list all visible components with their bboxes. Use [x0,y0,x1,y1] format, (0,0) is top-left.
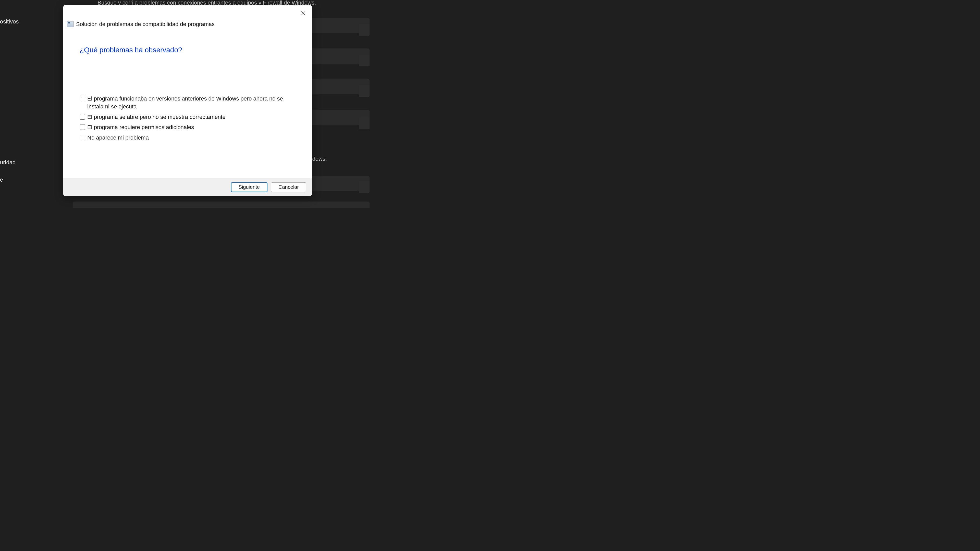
bg-run-button[interactable] [359,118,369,129]
bg-run-button[interactable] [359,55,369,66]
cancel-button[interactable]: Cancelar [271,183,306,192]
bg-panel [73,202,369,208]
dialog-footer: Siguiente Cancelar [63,178,312,196]
dialog-title-row: Solución de problemas de compatibilidad … [67,21,215,27]
bg-run-button[interactable] [359,85,369,97]
sidebar-item-security[interactable]: uridad [0,156,16,169]
next-button[interactable]: Siguiente [231,183,267,192]
compatibility-troubleshooter-dialog: Solución de problemas de compatibilidad … [63,5,312,196]
option-display-issue[interactable]: El programa se abre pero no se muestra c… [80,113,297,121]
close-icon [301,11,305,16]
checkbox[interactable] [80,124,85,130]
close-button[interactable] [298,9,308,18]
option-previous-version[interactable]: El programa funcionaba en versiones ante… [80,95,297,111]
dialog-body: ¿Qué problemas ha observado? El programa… [63,19,312,178]
checkbox[interactable] [80,114,85,120]
troubleshooter-icon [67,21,73,27]
dialog-header [63,5,312,19]
option-not-listed[interactable]: No aparece mi problema [80,134,297,142]
option-label: El programa se abre pero no se muestra c… [87,113,226,121]
bg-right-text: dows. [312,156,327,162]
dialog-question: ¿Qué problemas ha observado? [80,46,297,54]
checkbox[interactable] [80,96,85,101]
option-label: El programa funcionaba en versiones ante… [87,95,297,111]
bg-run-button[interactable] [359,24,369,36]
bg-run-button[interactable] [359,181,369,193]
dialog-title: Solución de problemas de compatibilidad … [76,21,215,27]
sidebar-item-devices[interactable]: ositivos [0,15,19,28]
option-permissions[interactable]: El programa requiere permisos adicionale… [80,124,297,131]
checkbox[interactable] [80,135,85,140]
option-label: El programa requiere permisos adicionale… [87,124,194,131]
sidebar-item-other[interactable]: e [0,173,3,186]
option-label: No aparece mi problema [87,134,149,142]
options-list: El programa funcionaba en versiones ante… [80,95,297,142]
